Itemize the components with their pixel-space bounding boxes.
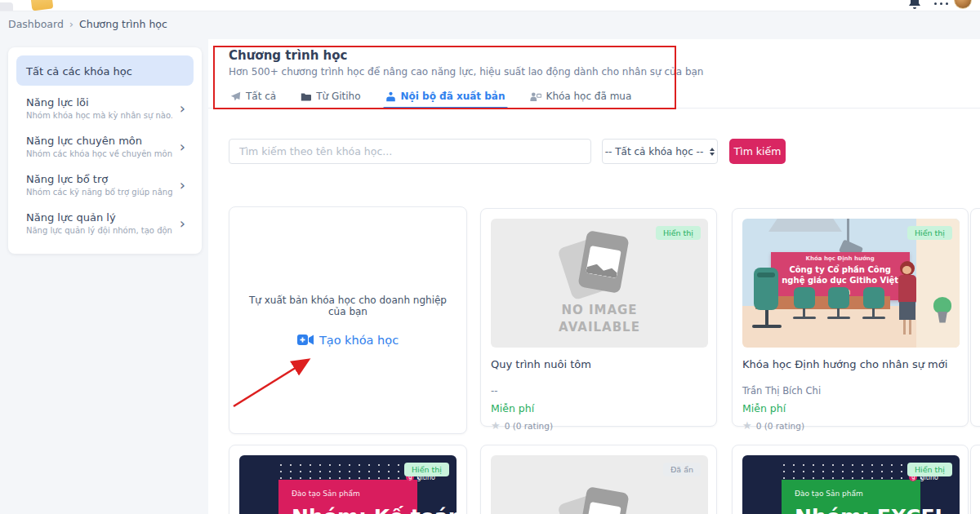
sidebar-item-label: Năng lực bổ trợ	[26, 173, 172, 185]
gitiho-logo[interactable]	[30, 0, 54, 11]
status-badge: Hiển thị	[907, 226, 952, 240]
course-title: Khóa học Định hướng cho nhân sự mới	[742, 358, 958, 370]
sidebar-item-description: Nhóm các kỹ năng bổ trợ giúp nâng...	[26, 188, 172, 197]
create-course-text: Tự xuất bản khóa học cho doanh nghiệp củ…	[244, 295, 452, 317]
course-card-quy-trinh-nuoi-tom[interactable]: Hiển thị NO IMAGE AVAILABLE Quy trình nu…	[480, 208, 717, 427]
sidebar-item-nang-luc-quan-ly[interactable]: Năng lực quản lý Năng lực quản lý đội nh…	[16, 204, 194, 242]
apps-grid-icon[interactable]	[934, 0, 949, 5]
course-rating: ★ 0 (0 rating)	[742, 420, 958, 431]
tab-label: Tất cả	[246, 91, 276, 102]
course-thumbnail: ggitiho Hiển thị Đào tạo Sản phẩm Nhóm: …	[742, 455, 960, 514]
tab-label: Khóa học đã mua	[546, 91, 632, 102]
illustration-chair	[791, 287, 818, 323]
status-badge: Hiển thị	[656, 226, 701, 240]
sidebar-item-label: Năng lực quản lý	[26, 211, 172, 224]
rating-text: 0 (0 rating)	[756, 421, 804, 431]
category-sidebar: Tất cả các khóa học Năng lực lõi Nhóm kh…	[8, 47, 202, 254]
main-content: Chương trình học Hơn 500+ chương trình h…	[208, 39, 980, 514]
topbar	[0, 0, 980, 11]
app-window: Dashboard › Chương trình học Tất cả các …	[0, 0, 980, 514]
breadcrumb-dashboard[interactable]: Dashboard	[8, 18, 64, 30]
course-author: Trần Thị Bích Chi	[742, 385, 958, 397]
video-camera-icon	[297, 334, 314, 346]
breadcrumb: Dashboard › Chương trình học	[8, 18, 167, 30]
tab-label: Từ Gitiho	[316, 91, 360, 102]
course-thumbnail: ggitiho Hiển thị Đào tạo Sản phẩm Nhóm: …	[239, 455, 457, 514]
sidebar-item-all-courses[interactable]: Tất cả các khóa học	[16, 55, 194, 86]
select-arrows-icon	[710, 148, 715, 156]
promo-panel: Đào tạo Sản phẩm Nhóm: EXCEL	[782, 480, 920, 514]
breadcrumb-separator: ›	[69, 18, 74, 30]
course-thumbnail: Hiển thị NO IMAGE AVAILABLE	[491, 219, 708, 348]
illustration-presenter	[893, 261, 922, 339]
banner-tag: Khóa học Định hướng	[806, 255, 875, 262]
rating-text: 0 (0 rating)	[505, 421, 553, 431]
search-button[interactable]: Tìm kiếm	[729, 139, 786, 164]
send-icon	[230, 91, 241, 102]
illustration-plant	[932, 297, 953, 325]
chevron-right-icon: ›	[180, 216, 185, 231]
star-icon: ★	[491, 420, 501, 431]
no-image-text: NO IMAGE AVAILABLE	[538, 302, 661, 336]
page-title: Chương trình học	[229, 48, 347, 63]
menu-icon[interactable]	[0, 2, 13, 11]
breadcrumb-current: Chương trình học	[79, 18, 167, 30]
course-card-excel[interactable]: ggitiho Hiển thị Đào tạo Sản phẩm Nhóm: …	[732, 445, 969, 514]
sidebar-item-label: Năng lực lõi	[26, 96, 172, 109]
course-card-partial	[970, 208, 980, 427]
chevron-right-icon: ›	[180, 101, 185, 116]
user-avatar[interactable]	[954, 0, 972, 9]
filter-selected-value: -- Tất cả khóa học --	[605, 146, 704, 157]
course-card-ke-toan[interactable]: ggitiho Hiển thị Đào tạo Sản phẩm Nhóm: …	[229, 445, 467, 514]
chevron-right-icon: ›	[180, 178, 185, 193]
tab-khoa-hoc-da-mua[interactable]: Khóa học đã mua	[530, 85, 632, 108]
sidebar-item-nang-luc-chuyen-mon[interactable]: Năng lực chuyên môn Nhóm các khóa học về…	[16, 127, 194, 166]
course-card-hidden[interactable]: Đã ẩn	[480, 445, 717, 514]
purchased-icon	[530, 91, 541, 102]
dots-pattern	[276, 462, 420, 480]
star-icon: ★	[742, 420, 752, 431]
tab-tu-gitiho[interactable]: Từ Gitiho	[301, 85, 360, 108]
tab-noi-bo-da-xuat-ban[interactable]: Nội bộ đã xuất bản	[385, 85, 506, 108]
create-course-link[interactable]: Tạo khóa học	[297, 334, 399, 347]
create-course-link-label: Tạo khóa học	[319, 334, 399, 347]
course-filter-select[interactable]: -- Tất cả khóa học --	[602, 139, 718, 164]
course-title: Quy trình nuôi tôm	[491, 358, 706, 370]
sidebar-item-nang-luc-loi[interactable]: Năng lực lõi Nhóm khóa học mà kỳ nhân sự…	[16, 89, 194, 127]
course-card-dinh-huong[interactable]: Khóa học Định hướng Công ty Cổ phần Công…	[732, 208, 969, 427]
sidebar-item-description: Năng lực quản lý đội nhóm, tạo độn...	[26, 226, 172, 235]
status-badge: Đã ẩn	[663, 463, 701, 476]
promo-title: Nhóm: EXCEL	[795, 505, 907, 514]
promo-panel: Đào tạo Sản phẩm Nhóm: Kế toán	[278, 480, 417, 514]
course-author: --	[491, 385, 706, 397]
no-image-icon	[571, 233, 628, 297]
promo-title: Nhóm: Kế toán	[292, 505, 404, 514]
course-price: Miễn phí	[491, 402, 706, 414]
tabs-bar: Tất cả Từ Gitiho Nội bộ đã xuất bản	[208, 85, 980, 109]
course-thumbnail: Đã ẩn	[491, 455, 708, 514]
sidebar-item-label: Năng lực chuyên môn	[26, 135, 172, 147]
sidebar-item-description: Nhóm các khóa học về chuyên môn	[26, 149, 172, 158]
sidebar-item-nang-luc-bo-tro[interactable]: Năng lực bổ trợ Nhóm các kỹ năng bổ trợ …	[16, 166, 194, 204]
sidebar-item-description: Nhóm khóa học mà kỳ nhân sự nào...	[26, 111, 172, 120]
tab-tat-ca[interactable]: Tất cả	[230, 85, 276, 108]
course-card-partial	[970, 445, 980, 514]
tab-label: Nội bộ đã xuất bản	[401, 91, 506, 102]
course-thumbnail: Khóa học Định hướng Công ty Cổ phần Công…	[742, 219, 960, 348]
folder-icon	[301, 91, 311, 102]
create-course-card: Tự xuất bản khóa học cho doanh nghiệp củ…	[229, 206, 467, 434]
course-price: Miễn phí	[742, 402, 958, 414]
no-image-icon	[571, 490, 628, 514]
promo-tag: Đào tạo Sản phẩm	[292, 490, 404, 498]
illustration-ceiling-light	[768, 219, 842, 232]
bell-icon[interactable]	[908, 0, 921, 10]
course-rating: ★ 0 (0 rating)	[491, 420, 706, 431]
illustration-chair	[825, 287, 853, 323]
illustration-office-chair	[749, 268, 785, 336]
status-badge: Hiển thị	[404, 463, 449, 476]
sidebar-item-label: Tất cả các khóa học	[26, 65, 132, 78]
search-input[interactable]	[229, 139, 591, 164]
internal-courses-icon	[385, 91, 396, 102]
chevron-right-icon: ›	[180, 140, 185, 154]
status-badge: Hiển thị	[907, 463, 952, 476]
